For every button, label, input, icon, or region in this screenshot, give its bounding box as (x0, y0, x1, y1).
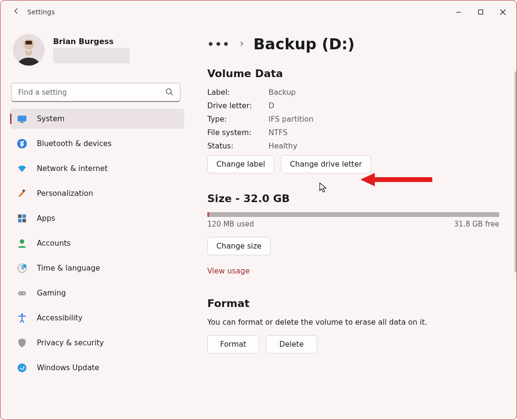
breadcrumb: ••• Backup (D:) (207, 35, 499, 53)
type-value: IFS partition (269, 115, 314, 124)
search-icon (165, 88, 174, 98)
svg-point-5 (166, 89, 171, 94)
settings-nav: System Bluetooth & devices Network & int… (0, 109, 188, 378)
svg-point-16 (23, 264, 26, 268)
label-value: Backup (269, 88, 296, 97)
svg-point-20 (21, 313, 23, 316)
filesystem-value: NTFS (269, 128, 288, 137)
svg-rect-0 (456, 12, 461, 12)
sidebar-item-label: Personalization (37, 189, 93, 198)
drive-letter-value: D (269, 102, 274, 110)
format-heading: Format (207, 297, 499, 309)
view-usage-link[interactable]: View usage (207, 267, 249, 275)
sidebar-item-label: Apps (37, 214, 55, 223)
sidebar-item-label: Time & language (37, 264, 100, 272)
change-label-button[interactable]: Change label (207, 155, 274, 173)
paintbrush-icon (17, 188, 27, 199)
search-input[interactable] (11, 83, 180, 102)
svg-rect-12 (18, 219, 22, 222)
svg-point-14 (20, 239, 24, 244)
format-section: Format You can format or delete the volu… (207, 297, 499, 353)
svg-rect-13 (22, 219, 26, 222)
sidebar-item-label: Accounts (37, 239, 71, 248)
volume-data-heading: Volume Data (207, 68, 499, 79)
sidebar-item-time[interactable]: Time & language (10, 258, 184, 278)
storage-usage-bar (207, 212, 499, 217)
user-block[interactable]: Brian Burgess (0, 32, 188, 73)
avatar-image (13, 34, 45, 66)
arrow-left-icon (12, 7, 21, 15)
sidebar-item-personalization[interactable]: Personalization (10, 183, 184, 204)
size-heading: Size - 32.0 GB (207, 193, 499, 204)
delete-button[interactable]: Delete (266, 335, 317, 353)
storage-usage-fill (207, 212, 209, 217)
filesystem-key: File system: (207, 128, 269, 137)
main-content: ••• Backup (D:) Volume Data Label:Backup… (188, 23, 517, 420)
settings-sidebar: Brian Burgess System Bluetooth & devices… (0, 23, 188, 420)
person-icon (17, 238, 27, 249)
drive-letter-key: Drive letter: (207, 102, 269, 110)
bluetooth-icon (17, 138, 27, 149)
sidebar-item-label: Gaming (37, 289, 66, 297)
sidebar-item-accessibility[interactable]: Accessibility (10, 308, 184, 328)
sidebar-item-apps[interactable]: Apps (10, 208, 184, 228)
gamepad-icon (17, 288, 27, 298)
minimize-icon (456, 9, 461, 15)
svg-rect-17 (18, 291, 26, 295)
status-value: Healthy (269, 142, 297, 150)
window-maximize-button[interactable] (470, 3, 492, 21)
status-key: Status: (207, 142, 269, 150)
sidebar-item-label: Bluetooth & devices (37, 139, 112, 148)
sidebar-item-gaming[interactable]: Gaming (10, 283, 184, 303)
svg-marker-23 (360, 173, 375, 186)
update-icon (17, 363, 27, 373)
type-key: Type: (207, 115, 269, 124)
sidebar-item-network[interactable]: Network & internet (10, 159, 184, 179)
window-minimize-button[interactable] (448, 3, 470, 21)
label-key: Label: (207, 88, 269, 97)
change-size-button[interactable]: Change size (207, 237, 270, 255)
close-icon (500, 9, 506, 15)
clock-globe-icon (17, 263, 27, 273)
user-name: Brian Burgess (53, 37, 130, 46)
avatar (13, 34, 45, 66)
apps-icon (17, 213, 27, 224)
storage-free-label: 31.8 GB free (454, 220, 499, 228)
system-icon (17, 114, 27, 124)
sidebar-item-label: Network & internet (37, 164, 108, 173)
app-title: Settings (27, 8, 55, 16)
sidebar-item-label: Privacy & security (37, 339, 104, 347)
shield-icon (17, 338, 27, 348)
chevron-right-icon (239, 40, 245, 48)
back-button[interactable] (9, 7, 23, 17)
scrollbar[interactable] (515, 71, 517, 272)
change-drive-letter-button[interactable]: Change drive letter (281, 155, 371, 173)
svg-rect-6 (18, 116, 26, 122)
svg-point-18 (20, 293, 21, 294)
sidebar-item-system[interactable]: System (10, 109, 184, 129)
accessibility-icon (17, 313, 27, 323)
cursor-icon (319, 182, 328, 193)
sidebar-item-label: System (37, 114, 65, 123)
svg-point-21 (18, 363, 26, 372)
maximize-icon (478, 9, 483, 15)
sidebar-item-label: Accessibility (37, 314, 82, 322)
wifi-icon (17, 163, 27, 174)
page-title: Backup (D:) (253, 35, 355, 53)
format-description: You can format or delete the volume to e… (207, 318, 499, 327)
svg-rect-11 (22, 215, 26, 218)
svg-rect-7 (20, 122, 23, 123)
sidebar-item-update[interactable]: Windows Update (10, 358, 184, 378)
window-close-button[interactable] (492, 3, 514, 21)
titlebar: Settings (0, 0, 517, 23)
storage-used-label: 120 MB used (207, 220, 254, 228)
sidebar-item-bluetooth[interactable]: Bluetooth & devices (10, 134, 184, 154)
breadcrumb-overflow-button[interactable]: ••• (207, 38, 230, 50)
volume-data-section: Volume Data Label:Backup Drive letter:D … (207, 68, 499, 173)
sidebar-item-accounts[interactable]: Accounts (10, 233, 184, 253)
format-button[interactable]: Format (207, 335, 259, 353)
svg-rect-1 (479, 10, 483, 14)
svg-rect-10 (18, 215, 22, 218)
user-detail-redacted (53, 48, 130, 63)
sidebar-item-privacy[interactable]: Privacy & security (10, 333, 184, 353)
